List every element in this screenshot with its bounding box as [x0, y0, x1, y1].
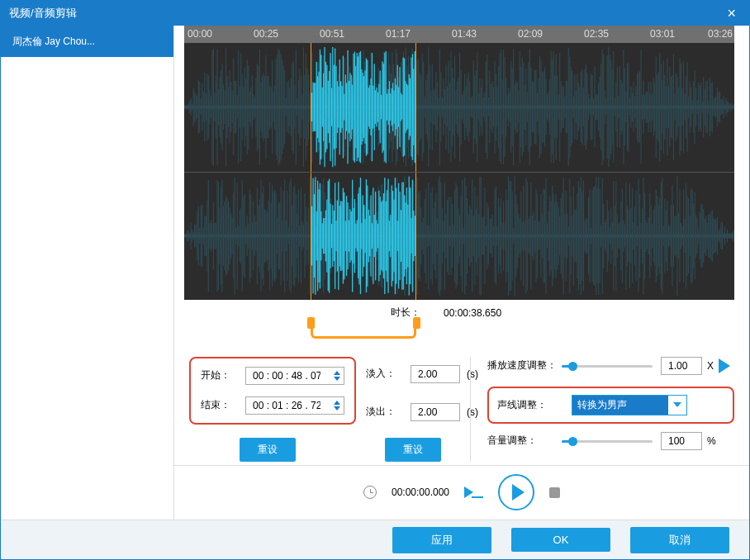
voice-label: 声线调整：	[497, 398, 572, 412]
fadein-input[interactable]	[411, 365, 460, 383]
svg-rect-191	[422, 54, 423, 162]
svg-rect-1012	[358, 193, 358, 278]
svg-rect-221	[459, 53, 460, 162]
svg-rect-1029	[377, 223, 378, 248]
end-time-input[interactable]	[245, 396, 344, 415]
close-icon[interactable]: ×	[722, 5, 741, 22]
svg-rect-949	[389, 81, 390, 133]
svg-rect-373	[649, 93, 650, 121]
spinner-up-icon[interactable]	[334, 371, 340, 375]
svg-rect-301	[559, 53, 560, 161]
svg-rect-253	[499, 53, 500, 161]
svg-rect-308	[568, 49, 569, 167]
svg-rect-962	[404, 59, 405, 156]
svg-rect-422	[710, 84, 711, 131]
svg-rect-458	[204, 216, 205, 256]
svg-rect-475	[225, 196, 226, 276]
spinner-down-icon[interactable]	[334, 406, 340, 411]
speed-input[interactable]	[661, 357, 702, 375]
svg-rect-78	[281, 55, 282, 160]
svg-rect-508	[267, 211, 268, 260]
svg-rect-256	[503, 50, 504, 165]
svg-rect-934	[372, 53, 373, 161]
svg-rect-529	[293, 187, 294, 285]
selection-bracket[interactable]	[184, 320, 739, 346]
time-ruler[interactable]: 00:00 00:25 00:51 01:17 01:43 02:09 02:3…	[184, 26, 734, 43]
svg-rect-700	[507, 200, 508, 272]
waveform-display[interactable]	[184, 43, 734, 299]
svg-rect-207	[442, 97, 443, 117]
svg-rect-885	[315, 83, 316, 132]
svg-rect-275	[527, 93, 528, 122]
svg-rect-329	[594, 67, 595, 148]
fadeout-input[interactable]	[411, 403, 460, 421]
svg-rect-33	[224, 91, 225, 125]
svg-rect-217	[454, 56, 455, 159]
voice-dropdown[interactable]: 转换为男声	[572, 395, 687, 415]
svg-rect-701	[508, 176, 509, 296]
sidebar-item-track[interactable]: 周杰倫 Jay Chou...	[1, 26, 173, 57]
svg-rect-405	[690, 82, 691, 134]
stop-button[interactable]	[549, 487, 560, 498]
svg-rect-415	[702, 102, 703, 113]
svg-rect-313	[574, 75, 575, 140]
svg-rect-834	[674, 216, 675, 255]
start-time-input[interactable]	[245, 367, 344, 385]
svg-rect-972	[311, 206, 312, 265]
svg-rect-762	[584, 220, 585, 251]
svg-rect-513	[273, 192, 273, 279]
svg-rect-940	[378, 84, 379, 131]
svg-rect-756	[577, 193, 577, 278]
spinner-up-icon[interactable]	[334, 401, 340, 405]
svg-rect-198	[430, 92, 431, 124]
svg-rect-224	[463, 91, 464, 124]
svg-rect-480	[232, 217, 233, 254]
svg-rect-845	[688, 198, 689, 273]
reset-fade-button[interactable]: 重设	[385, 438, 441, 462]
svg-rect-391	[672, 75, 672, 139]
volume-slider[interactable]	[562, 435, 653, 447]
svg-rect-473	[223, 206, 224, 265]
reset-trim-button[interactable]: 重设	[240, 438, 296, 462]
svg-rect-632	[422, 222, 423, 249]
bracket-handle-right[interactable]	[413, 317, 420, 329]
svg-rect-88	[293, 61, 294, 154]
svg-rect-938	[376, 88, 377, 126]
cancel-button[interactable]: 取消	[630, 527, 729, 553]
svg-rect-299	[557, 77, 558, 139]
svg-rect-469	[218, 182, 219, 290]
svg-rect-219	[457, 82, 458, 134]
svg-rect-694	[499, 206, 500, 264]
spinner-down-icon[interactable]	[334, 377, 340, 381]
svg-rect-876	[727, 229, 728, 242]
svg-rect-264	[513, 50, 514, 166]
svg-rect-852	[697, 219, 698, 253]
svg-rect-444	[187, 230, 188, 241]
svg-rect-310	[571, 68, 572, 148]
apply-button[interactable]: 应用	[392, 527, 491, 553]
svg-rect-998	[341, 201, 342, 270]
svg-rect-244	[488, 98, 489, 117]
svg-rect-324	[588, 94, 589, 120]
svg-rect-722	[534, 221, 535, 251]
svg-rect-67	[267, 76, 268, 139]
svg-rect-716	[527, 181, 528, 290]
play-button[interactable]	[498, 474, 534, 510]
svg-rect-498	[254, 216, 255, 256]
bracket-handle-left[interactable]	[307, 317, 315, 329]
svg-rect-538	[304, 193, 305, 278]
ok-button[interactable]: OK	[511, 528, 610, 552]
svg-rect-341	[610, 55, 610, 159]
svg-rect-29	[219, 78, 220, 137]
svg-rect-719	[530, 183, 531, 289]
svg-rect-312	[573, 97, 574, 118]
goto-icon[interactable]	[464, 486, 483, 498]
volume-input[interactable]	[661, 432, 702, 450]
speed-slider[interactable]	[562, 360, 653, 372]
svg-rect-294	[550, 51, 551, 164]
end-label: 结束：	[201, 398, 245, 412]
svg-rect-775	[600, 225, 601, 247]
svg-rect-510	[269, 182, 270, 289]
svg-rect-943	[382, 62, 382, 154]
play-preview-icon[interactable]	[719, 358, 730, 373]
